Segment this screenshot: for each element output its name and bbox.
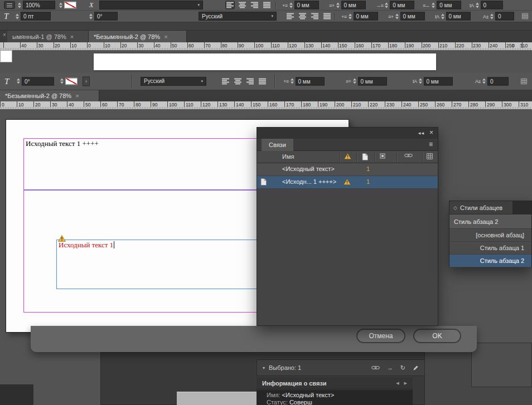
stepper-icon[interactable] bbox=[482, 79, 486, 84]
tab-close-icon[interactable]: × bbox=[75, 92, 79, 99]
stepper-icon[interactable] bbox=[60, 79, 64, 84]
indent-first-line-field[interactable]: 0 мм bbox=[390, 1, 414, 9]
stepper-icon[interactable] bbox=[349, 13, 352, 19]
goto-link-icon[interactable]: → bbox=[387, 365, 393, 371]
align-left-button[interactable] bbox=[225, 1, 235, 9]
space-before-field[interactable]: 0 мм bbox=[296, 77, 325, 85]
links-panel-titlebar[interactable]: ◀◀ × bbox=[257, 128, 438, 139]
panel-state-icon[interactable]: ◇ bbox=[453, 205, 457, 211]
space-after-field[interactable]: 0 мм bbox=[400, 12, 425, 21]
align-center-button[interactable] bbox=[298, 12, 307, 21]
links-list-header[interactable]: Имя bbox=[257, 151, 438, 163]
stepper-icon[interactable] bbox=[17, 79, 20, 84]
space-after-field[interactable]: 0 мм bbox=[358, 77, 387, 85]
language-select[interactable]: Русский ▾ bbox=[141, 77, 206, 86]
align-left-button[interactable] bbox=[221, 77, 230, 85]
tab-close-icon[interactable]: × bbox=[164, 33, 167, 40]
indent-left-field[interactable]: 0 мм bbox=[294, 1, 319, 9]
align-center-button[interactable] bbox=[238, 1, 247, 9]
stray-close-icon[interactable]: × bbox=[3, 32, 6, 38]
align-right-button[interactable] bbox=[245, 77, 255, 85]
ruler-origin-box[interactable] bbox=[0, 50, 12, 62]
panel-grid-icon[interactable] bbox=[521, 78, 527, 84]
link-row-selected[interactable]: <Исходн... 1 ++++> 1 bbox=[257, 176, 438, 189]
link-info-header[interactable]: Информация о связи ◀ ▶ bbox=[257, 377, 413, 389]
stepper-icon[interactable] bbox=[395, 13, 399, 19]
panel-grid-icon[interactable] bbox=[522, 13, 528, 19]
style-item-2-selected[interactable]: Стиль абзаца 2 bbox=[449, 255, 531, 267]
link-row[interactable]: <Исходный текст> 1 bbox=[257, 163, 438, 176]
prev-link-icon[interactable]: ◀ bbox=[396, 381, 399, 386]
drop-cap-chars-control[interactable]: A± 0 bbox=[475, 77, 509, 85]
link-page-number[interactable]: 1 bbox=[366, 178, 370, 185]
zoom-control[interactable]: 100% bbox=[18, 1, 55, 9]
size-control[interactable]: 0 пт bbox=[16, 12, 51, 21]
indent-right-control[interactable]: ≡+ 0 мм bbox=[329, 1, 366, 9]
no-fill-swatch-icon[interactable] bbox=[64, 2, 76, 9]
relink-icon[interactable] bbox=[371, 365, 380, 370]
fill-control[interactable] bbox=[59, 2, 76, 9]
control-panel-menu-icon[interactable] bbox=[4, 1, 15, 9]
drop-cap-lines-field[interactable]: 0 мм bbox=[424, 77, 453, 85]
indent-left-control[interactable]: +≡ 0 мм bbox=[282, 1, 319, 9]
indent-first-line-control[interactable]: →≡ 0 мм bbox=[376, 1, 414, 9]
grid-view-icon[interactable] bbox=[427, 153, 433, 159]
angle-control[interactable]: 0° bbox=[89, 12, 118, 21]
next-link-icon[interactable]: ▶ bbox=[404, 381, 407, 386]
drop-cap-chars-control[interactable]: A± 0 bbox=[483, 12, 514, 21]
stepper-icon[interactable] bbox=[89, 13, 93, 19]
current-style-field[interactable]: Стиль абзаца 2 bbox=[449, 214, 531, 229]
baseline-control[interactable]: tA 0 мм bbox=[435, 12, 471, 21]
page-column-icon[interactable] bbox=[362, 153, 368, 160]
fill-control[interactable] bbox=[60, 77, 78, 85]
link-name[interactable]: <Исходный текст> bbox=[282, 165, 335, 172]
no-fill-swatch-icon[interactable] bbox=[65, 77, 78, 85]
stepper-icon[interactable] bbox=[432, 2, 435, 8]
styles-panel-header[interactable]: ◇ Стили абзацев bbox=[449, 201, 531, 214]
name-column-header[interactable]: Имя bbox=[282, 153, 294, 160]
drop-cap-control[interactable]: tA 0 bbox=[470, 1, 503, 9]
style-item-basic-paragraph[interactable]: [основной абзац] bbox=[449, 229, 531, 242]
align-right-button[interactable] bbox=[250, 1, 259, 9]
space-before-control[interactable]: +≡ 0 мм bbox=[283, 77, 325, 85]
close-panel-icon[interactable]: × bbox=[429, 129, 433, 136]
links-list-empty-area[interactable] bbox=[257, 189, 438, 325]
space-after-control[interactable]: ≡+ 0 мм bbox=[388, 12, 425, 21]
space-before-field[interactable]: 0 мм bbox=[437, 1, 461, 9]
stepper-icon[interactable] bbox=[385, 2, 388, 8]
drop-cap-chars-field[interactable]: 0 bbox=[487, 77, 509, 85]
link-page-number[interactable]: 1 bbox=[366, 165, 370, 172]
drop-cap-field[interactable]: 0 bbox=[481, 1, 503, 9]
cancel-button[interactable]: Отмена bbox=[356, 329, 405, 343]
stepper-icon[interactable] bbox=[490, 13, 494, 19]
rotation-field[interactable]: 0° bbox=[22, 77, 54, 85]
stepper-icon[interactable] bbox=[18, 2, 21, 8]
stepper-icon[interactable] bbox=[419, 79, 422, 84]
align-right-button[interactable] bbox=[310, 12, 320, 21]
align-justify-button[interactable] bbox=[258, 77, 267, 85]
space-after-control[interactable]: ≡+ 0 мм bbox=[346, 77, 387, 85]
tab-document-1[interactable]: ымянный-1 @ 78% × bbox=[7, 31, 89, 42]
stepper-icon[interactable] bbox=[16, 13, 19, 19]
ok-button[interactable]: OK bbox=[413, 329, 461, 343]
update-link-icon[interactable]: ↻ bbox=[400, 365, 405, 371]
space-before-control[interactable]: ≡← 0 мм bbox=[423, 1, 461, 9]
drop-cap-lines-control[interactable]: tA 0 мм bbox=[413, 77, 453, 85]
drop-cap-chars-field[interactable]: 0 bbox=[495, 12, 514, 21]
tab-links[interactable]: Связи bbox=[262, 139, 293, 151]
horizontal-ruler-front[interactable]: 0102030405060708090100110120130140150160… bbox=[0, 101, 532, 109]
expander-icon[interactable]: ▾ bbox=[263, 365, 265, 370]
horizontal-ruler-back[interactable]: 4030201001020304050607080901001101201301… bbox=[0, 42, 532, 50]
overset-warning-icon[interactable] bbox=[58, 235, 66, 242]
style-combo[interactable]: ▾ bbox=[99, 1, 203, 9]
stepper-icon[interactable] bbox=[476, 2, 479, 8]
rotation-control[interactable]: 0° bbox=[17, 77, 54, 85]
stepper-icon[interactable] bbox=[336, 2, 340, 8]
tab-document-2-front[interactable]: *Безымянный-2 @ 78% × bbox=[0, 90, 99, 101]
warning-column-icon[interactable] bbox=[344, 153, 351, 159]
space-before-field[interactable]: 0 мм bbox=[354, 12, 378, 21]
panel-flyout-menu-icon[interactable]: ≡ bbox=[429, 140, 433, 148]
zoom-field[interactable]: 100% bbox=[23, 1, 55, 9]
align-center-button[interactable] bbox=[233, 77, 243, 85]
align-justify-button[interactable] bbox=[322, 12, 332, 21]
